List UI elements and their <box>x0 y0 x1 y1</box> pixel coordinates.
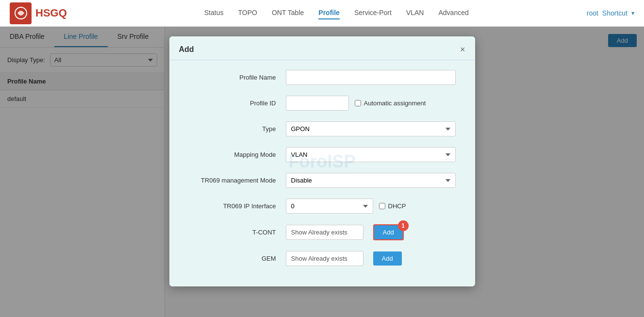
profile-id-row: Profile ID Automatic assignment <box>189 96 456 111</box>
tr069-mode-select[interactable]: Disable Enable <box>286 173 456 188</box>
profile-id-split: Automatic assignment <box>286 96 426 111</box>
auto-assign-label[interactable]: Automatic assignment <box>355 100 426 107</box>
dhcp-label[interactable]: DHCP <box>379 202 406 210</box>
t-cont-badge: 1 <box>398 220 409 231</box>
mapping-mode-row: Mapping Mode VLAN GEM TCI <box>189 147 456 162</box>
type-select[interactable]: GPON EPON <box>286 121 456 136</box>
add-modal: ForoISP Add × Profile Name Profile ID <box>169 36 475 286</box>
tr069-ip-split: 0 1 DHCP <box>286 199 406 214</box>
shortcut-button[interactable]: Shortcut <box>602 9 627 17</box>
modal-body: Profile Name Profile ID Automatic assign… <box>169 60 475 286</box>
nav-service-port[interactable]: Service-Port <box>354 7 392 19</box>
profile-name-row: Profile Name <box>189 70 456 85</box>
profile-name-input[interactable] <box>286 70 456 85</box>
nav-ont-table[interactable]: ONT Table <box>272 7 304 19</box>
tr069-ip-row: TR069 IP Interface 0 1 DHCP <box>189 199 456 214</box>
logo-text: HSGQ <box>35 7 67 19</box>
mapping-mode-label: Mapping Mode <box>189 151 286 158</box>
tr069-mode-label: TR069 management Mode <box>189 177 286 184</box>
t-cont-show-field: Show Already exists <box>286 225 363 240</box>
t-cont-label: T-CONT <box>189 229 286 236</box>
navbar: HSGQ Status TOPO ONT Table Profile Servi… <box>0 0 644 27</box>
nav-profile[interactable]: Profile <box>318 7 340 19</box>
profile-id-input[interactable] <box>286 96 349 111</box>
mapping-mode-select[interactable]: VLAN GEM TCI <box>286 147 456 162</box>
gem-label: GEM <box>189 255 286 262</box>
profile-name-label: Profile Name <box>189 74 286 81</box>
logo-icon <box>10 2 32 24</box>
dhcp-checkbox[interactable] <box>379 203 385 209</box>
main-content: DBA Profile Line Profile Srv Profile Dis… <box>0 27 644 317</box>
t-cont-row: T-CONT Show Already exists Add 1 <box>189 224 456 240</box>
logo: HSGQ <box>10 2 67 24</box>
auto-assign-checkbox[interactable] <box>355 100 361 106</box>
main-nav: Status TOPO ONT Table Profile Service-Po… <box>86 7 587 19</box>
navbar-right: root Shortcut ▾ <box>587 9 634 17</box>
type-row: Type GPON EPON <box>189 121 456 136</box>
nav-vlan[interactable]: VLAN <box>406 7 424 19</box>
auto-assign-text: Automatic assignment <box>364 100 426 107</box>
modal-overlay: ForoISP Add × Profile Name Profile ID <box>0 27 644 317</box>
tr069-ip-label: TR069 IP Interface <box>189 202 286 210</box>
tr069-ip-select[interactable]: 0 1 <box>286 199 373 214</box>
gem-row: GEM Show Already exists Add <box>189 251 456 266</box>
gem-show-field: Show Already exists <box>286 251 363 266</box>
type-label: Type <box>189 125 286 133</box>
modal-close-button[interactable]: × <box>460 45 465 54</box>
nav-topo[interactable]: TOPO <box>238 7 257 19</box>
modal-title: Add <box>179 45 194 54</box>
nav-advanced[interactable]: Advanced <box>438 7 468 19</box>
t-cont-add-wrapper: Add 1 <box>369 224 404 240</box>
gem-add-button[interactable]: Add <box>373 251 402 266</box>
dhcp-text: DHCP <box>388 202 406 210</box>
gem-controls: Show Already exists Add <box>286 251 402 266</box>
profile-id-label: Profile ID <box>189 100 286 107</box>
shortcut-arrow-icon[interactable]: ▾ <box>631 10 634 17</box>
nav-status[interactable]: Status <box>204 7 224 19</box>
t-cont-controls: Show Already exists Add 1 <box>286 224 404 240</box>
user-label: root <box>587 9 598 17</box>
tr069-mode-row: TR069 management Mode Disable Enable <box>189 173 456 188</box>
modal-header: Add × <box>169 36 475 60</box>
